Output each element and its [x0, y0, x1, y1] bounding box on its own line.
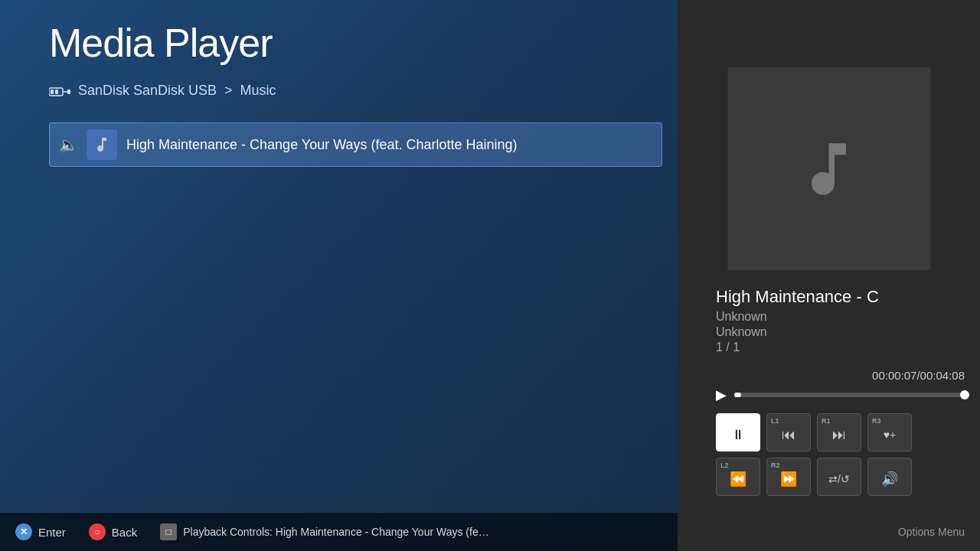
bottom-bar: ✕ Enter ○ Back □ Playback Controls: High… — [0, 513, 678, 551]
next-button[interactable]: R1 ⏭ — [817, 413, 861, 452]
controls-row-1: ⏸ L1 ⏮ R1 ⏭ R3 ♥+ — [716, 413, 965, 452]
album-art — [727, 67, 930, 270]
l2-label: L2 — [720, 461, 729, 469]
prev-icon: ⏮ — [782, 427, 795, 443]
r3-label: R3 — [872, 417, 881, 425]
left-panel: Media Player SanDisk SanDisk USB > Music… — [0, 0, 678, 551]
rewind-icon: ⏪ — [730, 471, 746, 487]
options-menu[interactable]: Options Menu — [898, 525, 965, 539]
options-label: Options Menu — [898, 526, 965, 538]
progress-bar-container: ▶ — [716, 386, 965, 403]
now-playing-count: 1 / 1 — [716, 341, 972, 354]
breadcrumb-folder: Music — [240, 83, 276, 99]
now-playing-title: High Maintenance - C — [716, 287, 972, 307]
playback-button[interactable]: □ Playback Controls: High Maintenance - … — [160, 523, 489, 540]
breadcrumb-device: SanDisk SanDisk USB — [78, 83, 217, 99]
pause-button[interactable]: ⏸ — [716, 413, 760, 452]
progress-fill — [734, 393, 741, 397]
controls-row-2: L2 ⏪ R2 ⏩ ⇄/↺ 🔊 — [716, 458, 965, 496]
track-title: High Maintenance - Change Your Ways (fea… — [126, 137, 652, 153]
svg-rect-2 — [55, 90, 58, 94]
right-panel: High Maintenance - C Unknown Unknown 1 /… — [678, 0, 980, 551]
svg-rect-1 — [51, 90, 54, 94]
fastforward-button[interactable]: R2 ⏩ — [766, 458, 811, 496]
x-button-icon: ✕ — [15, 523, 32, 540]
enter-button[interactable]: ✕ Enter — [15, 523, 66, 540]
r2-label: R2 — [771, 461, 780, 469]
repeat-icon: ⇄/↺ — [828, 473, 850, 485]
usb-icon — [49, 83, 70, 99]
breadcrumb: SanDisk SanDisk USB > Music — [49, 83, 276, 99]
track-list: 🔈 High Maintenance - Change Your Ways (f… — [49, 122, 662, 167]
music-note-badge — [87, 129, 117, 160]
prev-button[interactable]: L1 ⏮ — [766, 413, 811, 452]
now-playing-album: Unknown — [716, 325, 972, 339]
enter-label: Enter — [38, 526, 66, 539]
progress-section: 00:00:07/00:04:08 ▶ — [716, 369, 965, 403]
playback-label: Playback Controls: High Maintenance - Ch… — [183, 526, 489, 538]
r1-label: R1 — [822, 417, 831, 425]
l1-label: L1 — [771, 417, 779, 425]
next-icon: ⏭ — [832, 427, 846, 443]
repeat-button[interactable]: ⇄/↺ — [817, 458, 861, 496]
svg-rect-4 — [67, 90, 70, 94]
back-button[interactable]: ○ Back — [89, 523, 137, 540]
back-label: Back — [112, 526, 137, 539]
pause-icon: ⏸ — [731, 427, 745, 443]
time-display: 00:00:07/00:04:08 — [716, 369, 965, 382]
breadcrumb-separator: > — [224, 83, 233, 99]
rewind-button[interactable]: L2 ⏪ — [716, 458, 760, 496]
play-icon[interactable]: ▶ — [716, 386, 727, 403]
sq-button-icon: □ — [160, 523, 177, 540]
o-button-icon: ○ — [89, 523, 106, 540]
progress-thumb — [960, 390, 969, 399]
speaker-icon: 🔈 — [59, 135, 77, 154]
heart-icon: ♥+ — [884, 429, 897, 441]
track-item[interactable]: 🔈 High Maintenance - Change Your Ways (f… — [49, 122, 662, 167]
page-title: Media Player — [49, 20, 272, 66]
volume-button[interactable]: 🔊 — [867, 458, 912, 496]
volume-icon: 🔊 — [881, 471, 898, 487]
now-playing-artist: Unknown — [716, 310, 972, 324]
track-info: High Maintenance - C Unknown Unknown 1 /… — [716, 287, 972, 354]
controls-grid: ⏸ L1 ⏮ R1 ⏭ R3 ♥+ L2 ⏪ R2 ⏩ — [716, 413, 965, 502]
fastforward-icon: ⏩ — [780, 471, 797, 487]
favorite-button[interactable]: R3 ♥+ — [867, 413, 912, 452]
progress-bar[interactable] — [734, 393, 965, 397]
